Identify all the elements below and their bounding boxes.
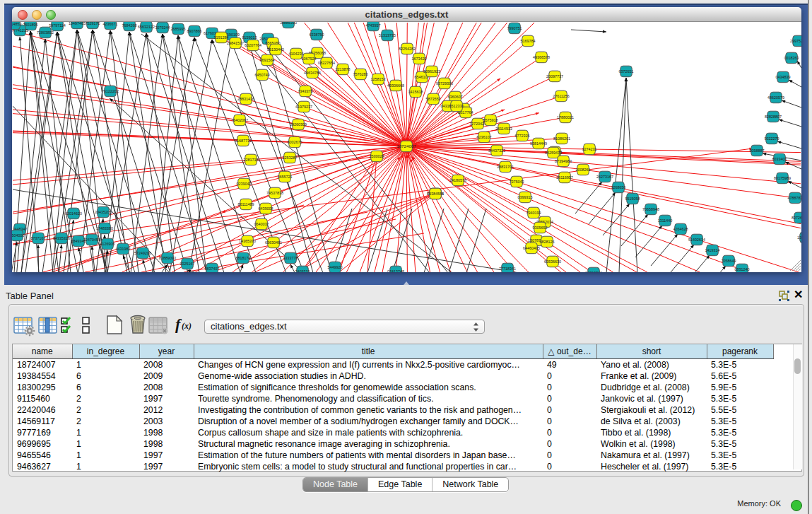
svg-text:87394983: 87394983 bbox=[555, 159, 572, 163]
svg-text:6512330: 6512330 bbox=[449, 104, 464, 108]
svg-text:49366578: 49366578 bbox=[533, 55, 550, 59]
svg-text:9022279: 9022279 bbox=[765, 136, 779, 141]
svg-text:09260309: 09260309 bbox=[290, 122, 307, 127]
svg-text:(x): (x) bbox=[182, 321, 192, 331]
svg-text:86111489: 86111489 bbox=[237, 202, 254, 206]
svg-text:7375043: 7375043 bbox=[510, 180, 524, 184]
svg-text:6439008: 6439008 bbox=[259, 206, 273, 211]
svg-text:0239042: 0239042 bbox=[237, 182, 252, 186]
svg-text:29841537: 29841537 bbox=[227, 41, 244, 45]
svg-text:54437323: 54437323 bbox=[488, 148, 505, 153]
svg-text:4504000: 4504000 bbox=[12, 233, 25, 238]
svg-text:74537838: 74537838 bbox=[266, 191, 283, 195]
svg-text:6772326: 6772326 bbox=[515, 134, 530, 138]
svg-text:24180578: 24180578 bbox=[449, 178, 466, 182]
svg-text:7409319: 7409319 bbox=[295, 269, 310, 272]
svg-text:76402067: 76402067 bbox=[231, 118, 248, 122]
svg-text:5515058: 5515058 bbox=[625, 197, 640, 201]
svg-text:17483380: 17483380 bbox=[96, 226, 113, 230]
svg-text:1067924: 1067924 bbox=[302, 57, 317, 61]
svg-text:26114913: 26114913 bbox=[495, 127, 512, 131]
svg-text:0831240: 0831240 bbox=[735, 267, 750, 271]
svg-text:64460495: 64460495 bbox=[523, 246, 540, 250]
svg-text:4431982: 4431982 bbox=[116, 247, 131, 251]
svg-text:8737167: 8737167 bbox=[31, 236, 46, 240]
svg-text:0399315: 0399315 bbox=[518, 195, 533, 199]
svg-text:8414852: 8414852 bbox=[12, 22, 22, 26]
svg-text:57249208: 57249208 bbox=[134, 251, 151, 255]
svg-text:83726167: 83726167 bbox=[792, 216, 801, 220]
svg-text:30435205: 30435205 bbox=[95, 210, 112, 214]
svg-text:6828126: 6828126 bbox=[540, 240, 555, 244]
svg-text:2213878: 2213878 bbox=[336, 67, 351, 71]
svg-text:4126906: 4126906 bbox=[100, 242, 115, 246]
svg-text:82889093: 82889093 bbox=[159, 256, 176, 260]
svg-text:7529170: 7529170 bbox=[86, 22, 100, 25]
svg-text:59797114: 59797114 bbox=[49, 23, 66, 28]
svg-text:0640037: 0640037 bbox=[254, 222, 269, 226]
svg-text:4788783: 4788783 bbox=[788, 196, 802, 200]
svg-text:04718746: 04718746 bbox=[585, 271, 602, 272]
svg-text:93814449: 93814449 bbox=[530, 141, 547, 146]
svg-text:38885393: 38885393 bbox=[280, 22, 297, 25]
svg-text:41979237: 41979237 bbox=[295, 105, 312, 109]
svg-text:28831436: 28831436 bbox=[237, 97, 254, 101]
svg-text:0018263: 0018263 bbox=[784, 56, 799, 60]
svg-text:6691564: 6691564 bbox=[260, 58, 275, 62]
svg-text:82828807: 82828807 bbox=[765, 115, 782, 119]
svg-text:10497465: 10497465 bbox=[69, 22, 86, 25]
svg-text:3274231: 3274231 bbox=[582, 147, 597, 151]
svg-text:7940199: 7940199 bbox=[526, 211, 541, 215]
svg-text:82254282: 82254282 bbox=[399, 47, 416, 51]
svg-text:76122202: 76122202 bbox=[102, 89, 119, 93]
svg-text:2530028: 2530028 bbox=[370, 154, 384, 158]
svg-text:6002675: 6002675 bbox=[288, 140, 302, 144]
svg-text:8033401: 8033401 bbox=[772, 157, 787, 161]
svg-text:51313735: 51313735 bbox=[379, 33, 396, 37]
svg-text:38831701: 38831701 bbox=[497, 165, 514, 169]
svg-text:9305652: 9305652 bbox=[533, 226, 548, 230]
svg-text:5169784: 5169784 bbox=[521, 39, 536, 43]
svg-text:6372651: 6372651 bbox=[619, 69, 634, 74]
svg-text:2008261: 2008261 bbox=[576, 168, 591, 172]
svg-text:84335326: 84335326 bbox=[53, 236, 70, 240]
svg-text:3268656: 3268656 bbox=[611, 185, 626, 189]
svg-text:1258153: 1258153 bbox=[371, 77, 386, 81]
svg-text:6236107: 6236107 bbox=[477, 135, 492, 139]
svg-text:02014620: 02014620 bbox=[65, 211, 82, 216]
svg-text:65632122: 65632122 bbox=[138, 25, 155, 29]
svg-text:56130445: 56130445 bbox=[267, 47, 284, 52]
svg-text:49306668: 49306668 bbox=[387, 83, 404, 88]
svg-text:8818174: 8818174 bbox=[236, 256, 251, 260]
svg-text:65630481: 65630481 bbox=[265, 240, 282, 245]
svg-text:93729306: 93729306 bbox=[436, 81, 453, 86]
svg-text:22470455: 22470455 bbox=[83, 238, 100, 242]
svg-text:1311440: 1311440 bbox=[658, 218, 673, 223]
svg-text:07413748: 07413748 bbox=[387, 269, 404, 272]
svg-text:7343373: 7343373 bbox=[298, 89, 313, 93]
svg-text:51402614: 51402614 bbox=[688, 238, 705, 242]
svg-text:60536630: 60536630 bbox=[544, 259, 561, 264]
svg-text:0025167: 0025167 bbox=[180, 262, 195, 266]
svg-text:29975288: 29975288 bbox=[790, 39, 801, 43]
svg-text:4264628: 4264628 bbox=[673, 227, 688, 231]
svg-text:6450749: 6450749 bbox=[255, 73, 270, 77]
svg-text:6360607: 6360607 bbox=[448, 95, 463, 99]
svg-text:1415618: 1415618 bbox=[408, 90, 423, 94]
svg-text:1253287: 1253287 bbox=[283, 156, 298, 160]
svg-text:3079244: 3079244 bbox=[155, 25, 170, 30]
svg-text:24273167: 24273167 bbox=[596, 175, 613, 179]
svg-text:1419314: 1419314 bbox=[705, 248, 720, 252]
svg-text:26116957: 26116957 bbox=[556, 175, 573, 180]
svg-text:17880021: 17880021 bbox=[557, 115, 574, 119]
svg-text:19384554: 19384554 bbox=[427, 192, 444, 196]
svg-text:1673420: 1673420 bbox=[412, 57, 427, 61]
svg-text:8907866: 8907866 bbox=[187, 29, 202, 33]
svg-text:48620579: 48620579 bbox=[767, 95, 784, 100]
svg-text:2685995: 2685995 bbox=[171, 27, 186, 31]
svg-text:18724007: 18724007 bbox=[396, 144, 416, 148]
svg-text:94259472: 94259472 bbox=[545, 151, 562, 155]
svg-text:3191284: 3191284 bbox=[214, 35, 229, 40]
svg-text:81086201: 81086201 bbox=[553, 136, 570, 141]
svg-text:4743957: 4743957 bbox=[366, 23, 381, 28]
